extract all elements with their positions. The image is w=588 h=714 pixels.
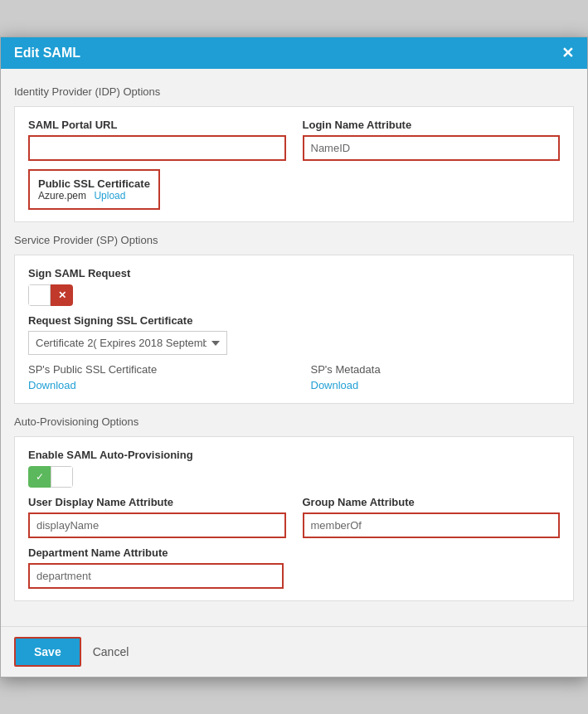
public-ssl-cert-box: Public SSL Certificate Azure.pem Upload — [28, 169, 160, 210]
sp-public-ssl-cert-download[interactable]: Download — [28, 379, 76, 391]
user-display-name-input[interactable] — [28, 512, 286, 538]
request-signing-cert-row: Request Signing SSL Certificate Certific… — [28, 314, 560, 355]
modal-body: Identity Provider (IDP) Options SAML Por… — [1, 69, 587, 626]
cert-filename: Azure.pem — [38, 190, 86, 202]
login-name-attr-col: Login Name Attribute — [303, 119, 561, 161]
sp-section-title: Service Provider (SP) Options — [14, 234, 574, 246]
sign-saml-request-row: Sign SAML Request ✕ — [28, 267, 560, 306]
enable-saml-toggle[interactable]: ✓ — [28, 466, 73, 488]
group-name-attr-input[interactable] — [303, 512, 561, 538]
toggle-left-part — [28, 284, 51, 306]
modal-title: Edit SAML — [14, 46, 80, 61]
request-signing-cert-select[interactable]: Certificate 2( Expires 2018 September ) — [28, 331, 227, 355]
close-button[interactable]: ✕ — [561, 46, 574, 61]
display-group-row: User Display Name Attribute Group Name A… — [28, 496, 560, 538]
toggle-on-right — [51, 466, 73, 488]
modal-footer: Save Cancel — [1, 626, 587, 677]
modal-header: Edit SAML ✕ — [1, 37, 587, 69]
user-display-name-col: User Display Name Attribute — [28, 496, 286, 538]
enable-saml-toggle-container: ✓ — [28, 466, 560, 488]
sp-metadata-label: SP's Metadata — [311, 363, 561, 376]
auto-prov-section-box: Enable SAML Auto-Provisioning ✓ User Dis… — [14, 436, 574, 601]
sp-cert-metadata-row: SP's Public SSL Certificate Download SP'… — [28, 363, 560, 391]
user-display-name-label: User Display Name Attribute — [28, 496, 286, 508]
toggle-right-part: ✕ — [51, 284, 73, 306]
group-name-attr-col: Group Name Attribute — [303, 496, 561, 538]
toggle-on-left: ✓ — [28, 466, 51, 488]
cert-filename-row: Azure.pem Upload — [38, 190, 150, 202]
sp-public-ssl-cert-col: SP's Public SSL Certificate Download — [28, 363, 278, 391]
enable-saml-label: Enable SAML Auto-Provisioning — [28, 449, 560, 461]
dept-name-attr-input[interactable] — [28, 563, 284, 589]
sp-section-box: Sign SAML Request ✕ Request Signing SSL … — [14, 255, 574, 404]
idp-section-box: SAML Portal URL Login Name Attribute Pub… — [14, 106, 574, 222]
auto-prov-section-title: Auto-Provisioning Options — [14, 415, 574, 428]
sp-metadata-download[interactable]: Download — [311, 379, 359, 391]
sp-metadata-col: SP's Metadata Download — [311, 363, 561, 391]
edit-saml-modal: Edit SAML ✕ Identity Provider (IDP) Opti… — [0, 36, 588, 678]
login-name-attr-label: Login Name Attribute — [303, 119, 561, 131]
request-signing-cert-label: Request Signing SSL Certificate — [28, 314, 560, 327]
public-ssl-cert-label: Public SSL Certificate — [38, 177, 150, 190]
dept-name-attr-row: Department Name Attribute — [28, 546, 284, 589]
saml-portal-url-input[interactable] — [28, 135, 286, 161]
enable-saml-row: Enable SAML Auto-Provisioning ✓ — [28, 449, 560, 488]
group-name-attr-label: Group Name Attribute — [303, 496, 561, 508]
upload-link[interactable]: Upload — [94, 190, 125, 202]
saml-portal-url-label: SAML Portal URL — [28, 119, 286, 131]
login-name-attr-input[interactable] — [303, 135, 561, 161]
save-button[interactable]: Save — [14, 637, 81, 667]
saml-portal-url-col: SAML Portal URL — [28, 119, 286, 161]
sign-saml-request-label: Sign SAML Request — [28, 267, 560, 279]
sp-public-ssl-cert-label: SP's Public SSL Certificate — [28, 363, 278, 376]
dept-name-attr-label: Department Name Attribute — [28, 546, 284, 559]
cancel-button[interactable]: Cancel — [93, 645, 129, 658]
sign-saml-toggle-container: ✕ — [28, 284, 560, 306]
sign-saml-toggle[interactable]: ✕ — [28, 284, 73, 306]
idp-section-title: Identity Provider (IDP) Options — [14, 85, 574, 98]
